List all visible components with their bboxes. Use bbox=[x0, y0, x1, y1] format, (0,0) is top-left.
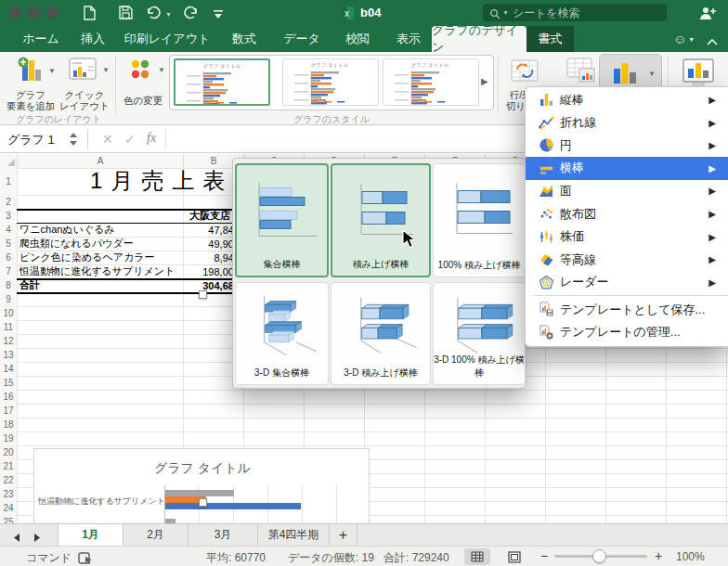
chart-subtype-tile-stacked100[interactable]: 100% 積み上げ横棒 bbox=[433, 163, 526, 277]
toolbar-options-icon[interactable] bbox=[212, 7, 225, 24]
cell-a8-total-label[interactable]: 合計 bbox=[20, 278, 40, 292]
menu-item-等高線[interactable]: 等高線▶ bbox=[526, 248, 728, 271]
chart-subtype-tile-stacked100_3d[interactable]: 3-D 100% 積み上げ横棒 bbox=[433, 282, 526, 385]
cancel-entry-icon[interactable]: ✕ bbox=[102, 132, 113, 147]
add-chart-element-button[interactable]: ▼ グラフ要素を追加 bbox=[6, 54, 56, 113]
row-header-4[interactable]: 4 bbox=[0, 223, 17, 237]
row-header-11[interactable]: 11 bbox=[0, 320, 17, 334]
menu-item-散布図[interactable]: 散布図▶ bbox=[526, 202, 728, 225]
row-header-10[interactable]: 10 bbox=[0, 306, 17, 320]
normal-view-button[interactable] bbox=[464, 548, 490, 565]
ribbon-tab-9[interactable]: 書式 bbox=[526, 26, 574, 52]
chart-resize-handle-top[interactable] bbox=[199, 290, 207, 299]
row-header-23[interactable]: 23 bbox=[0, 487, 17, 501]
menu-item-縦棒[interactable]: 縦棒▶ bbox=[526, 88, 728, 111]
cell-a6-label[interactable]: ピンク色に染めるヘアカラー bbox=[20, 251, 155, 264]
select-all-corner[interactable] bbox=[0, 154, 17, 168]
zoom-out-icon[interactable]: − bbox=[540, 548, 548, 563]
menu-item-折れ線[interactable]: 折れ線▶ bbox=[526, 111, 728, 135]
chart-style-thumbnail-2[interactable]: グラフ タイトル bbox=[282, 58, 379, 106]
row-header-12[interactable]: 12 bbox=[0, 334, 17, 348]
insert-function-icon[interactable]: fx bbox=[147, 131, 156, 146]
row-header-9[interactable]: 9 bbox=[0, 292, 17, 306]
row-header-13[interactable]: 13 bbox=[0, 348, 17, 362]
chart-bar[interactable] bbox=[165, 490, 234, 496]
row-header-2[interactable]: 2 bbox=[0, 195, 17, 209]
sheet-tab-第4四半期[interactable]: 第4四半期 bbox=[258, 524, 330, 546]
zoom-slider-knob[interactable] bbox=[592, 549, 606, 563]
undo-dropdown-caret[interactable]: ▼ bbox=[165, 11, 172, 18]
add-contact-icon[interactable] bbox=[698, 6, 717, 24]
cell-b6-value[interactable]: 8,940 bbox=[183, 251, 240, 264]
row-header-20[interactable]: 20 bbox=[0, 445, 17, 459]
prev-sheet-icon[interactable] bbox=[11, 530, 22, 547]
change-chart-type-button[interactable]: ▼ bbox=[599, 54, 662, 91]
name-box[interactable]: グラフ 1 bbox=[7, 132, 55, 148]
cell-a5-label[interactable]: 爬虫類になれるパウダー bbox=[20, 237, 134, 251]
row-header-21[interactable]: 21 bbox=[0, 459, 17, 473]
close-window-button[interactable] bbox=[9, 6, 21, 19]
sheet-tab-3月[interactable]: 3月 bbox=[188, 524, 258, 546]
row-header-6[interactable]: 6 bbox=[0, 251, 17, 264]
menu-item-株価[interactable]: 株価▶ bbox=[526, 225, 728, 249]
page-layout-view-button[interactable] bbox=[501, 548, 527, 565]
menu-item-面[interactable]: 面▶ bbox=[526, 179, 728, 202]
minimize-window-button[interactable] bbox=[28, 6, 40, 19]
new-document-icon[interactable] bbox=[84, 6, 96, 24]
confirm-entry-icon[interactable]: ✓ bbox=[124, 132, 136, 147]
add-sheet-button[interactable]: + bbox=[330, 524, 358, 546]
cell-a1-title[interactable]: 1月売上表 bbox=[90, 166, 233, 195]
sheet-tab-1月[interactable]: 1月 bbox=[58, 524, 124, 546]
embedded-chart[interactable]: グラフ タイトル 恒温動物に進化するサプリメントピンク色に染めるヘアカラー爬虫類… bbox=[33, 448, 370, 523]
chart-title[interactable]: グラフ タイトル bbox=[34, 460, 370, 477]
gallery-scroll-right-icon[interactable]: ▶ bbox=[481, 76, 488, 86]
cell-b8-total-value[interactable]: 304,680 bbox=[183, 278, 240, 292]
quick-layout-button[interactable]: ▼ クイックレイアウト bbox=[58, 54, 111, 113]
chart-bar[interactable] bbox=[165, 503, 301, 509]
chart-resize-handle-bottom[interactable] bbox=[199, 498, 207, 507]
sheet-tab-2月[interactable]: 2月 bbox=[124, 524, 188, 546]
menu-item-レーダー[interactable]: レーダー▶ bbox=[526, 271, 728, 294]
feedback-smiley-icon[interactable]: ☺ ▼ bbox=[673, 32, 695, 46]
row-header-25[interactable]: 25 bbox=[0, 515, 17, 523]
ribbon-tab-2[interactable]: 挿入 bbox=[72, 26, 113, 52]
row-header-7[interactable]: 7 bbox=[0, 264, 17, 278]
menu-item-save-template[interactable]: テンプレートとして保存... bbox=[526, 298, 728, 321]
chart-subtype-tile-stacked[interactable]: 積み上げ横棒 bbox=[331, 163, 431, 277]
chart-style-thumbnail-3[interactable]: グラフ タイトル bbox=[383, 58, 479, 106]
chart-style-thumbnail-1[interactable]: グラフ タイトル bbox=[174, 58, 270, 106]
collapse-ribbon-icon[interactable] bbox=[706, 33, 719, 50]
ribbon-tab-5[interactable]: データ bbox=[275, 26, 329, 52]
ribbon-tab-8[interactable]: グラフのデザイン bbox=[432, 26, 526, 52]
cell-a4-label[interactable]: ワニchanぬいぐるみ bbox=[20, 223, 115, 237]
row-header-8[interactable]: 8 bbox=[0, 278, 17, 292]
redo-icon[interactable] bbox=[182, 5, 199, 24]
row-header-18[interactable]: 18 bbox=[0, 418, 17, 431]
zoom-window-button[interactable] bbox=[46, 6, 58, 19]
ribbon-tab-7[interactable]: 表示 bbox=[386, 26, 431, 52]
ribbon-tab-6[interactable]: 校閲 bbox=[336, 26, 379, 52]
chart-subtype-tile-clustered[interactable]: 集合横棒 bbox=[235, 163, 329, 277]
row-header-3[interactable]: 3 bbox=[0, 209, 17, 223]
row-header-5[interactable]: 5 bbox=[0, 237, 17, 251]
next-sheet-icon[interactable] bbox=[32, 530, 43, 547]
cell-b7-value[interactable]: 198,000 bbox=[183, 264, 240, 278]
change-colors-button[interactable]: ▼ 色の変更 bbox=[119, 54, 167, 113]
row-header-24[interactable]: 24 bbox=[0, 501, 17, 515]
menu-item-manage-templates[interactable]: テンプレートの管理... bbox=[526, 321, 728, 344]
chart-subtype-tile-clustered3d[interactable]: 3-D 集合横棒 bbox=[235, 282, 329, 385]
cell-b3-header[interactable]: 大阪支店 bbox=[183, 209, 237, 223]
search-scope-caret[interactable]: ▼ bbox=[502, 9, 509, 16]
chart-subtype-tile-stacked3d[interactable]: 3-D 積み上げ横棒 bbox=[331, 282, 431, 385]
ribbon-tab-1[interactable]: ホーム bbox=[19, 26, 63, 52]
undo-icon[interactable] bbox=[146, 5, 162, 24]
cell-b4-value[interactable]: 47,840 bbox=[183, 223, 240, 237]
zoom-in-icon[interactable]: + bbox=[655, 548, 662, 563]
row-header-16[interactable]: 16 bbox=[0, 390, 17, 404]
row-header-19[interactable]: 19 bbox=[0, 431, 17, 445]
save-icon[interactable] bbox=[119, 6, 133, 23]
cell-a7-label[interactable]: 恒温動物に進化するサプリメント bbox=[20, 264, 175, 278]
ribbon-tab-4[interactable]: 数式 bbox=[221, 26, 267, 52]
cell-b5-value[interactable]: 49,900 bbox=[183, 237, 240, 251]
ribbon-tab-3[interactable]: 印刷レイアウト bbox=[121, 26, 214, 52]
